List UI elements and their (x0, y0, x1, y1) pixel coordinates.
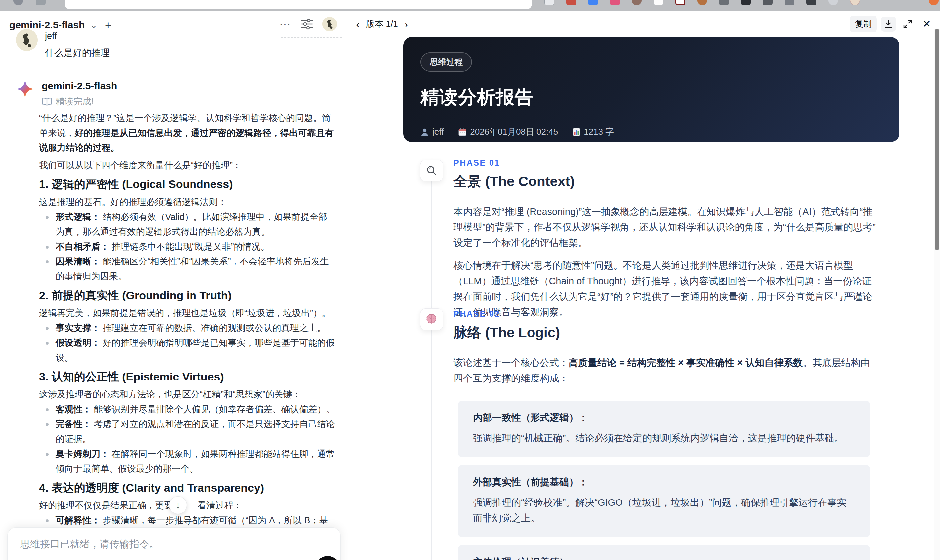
section-2-paragraph: 逻辑再完美，如果前提是错误的，推理也是垃圾（即“垃圾进，垃圾出”）。 (39, 306, 335, 321)
list-item: 完备性： 考虑了对立的观点和潜在的反证，而不是只选择支持自己结论的证据。 (55, 417, 335, 447)
list-item: 假设透明： 好的推理会明确指明哪些是已知事实，哪些是基于可能的假设。 (55, 335, 335, 365)
browser-apps-icon[interactable] (36, 0, 46, 5)
extension-icon[interactable] (806, 0, 816, 5)
phase-1-label: PHASE 01 (453, 158, 877, 168)
arrow-down-icon: ↓ (176, 500, 180, 511)
version-next-button[interactable]: › (405, 20, 408, 28)
magnifier-icon (426, 165, 438, 177)
report-author: jeff (421, 127, 444, 137)
calendar-icon (458, 128, 467, 136)
chat-scroll-area[interactable]: jeff 什么是好的推理 gemini-2.5-flash (0, 11, 342, 560)
report-badge: 思维过程 (421, 52, 472, 72)
section-1-heading: 1. 逻辑的严密性 (Logical Soundness) (39, 176, 335, 192)
extension-icon[interactable] (741, 0, 751, 5)
card-title: 内部一致性（形式逻辑）： (473, 411, 855, 425)
extension-icon[interactable] (784, 0, 794, 5)
section-4-paragraph: 好的推理不仅仅是结果正确，更要看清过程： (39, 498, 335, 513)
address-bar[interactable] (65, 0, 532, 9)
phase-2-icon-box (420, 308, 443, 330)
expand-icon (903, 19, 912, 29)
section-2-list: 事实支撑： 推理建立在可靠的数据、准确的观测或公认的真理之上。 假设透明： 好的… (39, 321, 335, 365)
scrollbar-thumb[interactable] (935, 29, 939, 250)
user-message-text: 什么是好的推理 (45, 47, 110, 59)
dimension-card-1: 内部一致性（形式逻辑）： 强调推理的“机械正确”。结论必须在给定的规则系统内逻辑… (458, 401, 870, 457)
list-item: 事实支撑： 推理建立在可靠的数据、准确的观测或公认的真理之上。 (55, 321, 335, 335)
extension-icon[interactable] (566, 0, 576, 5)
model-selector[interactable]: gemini-2.5-flash (9, 20, 85, 31)
extension-icon[interactable] (675, 0, 685, 5)
list-item: 客观性： 能够识别并尽量排除个人偏见（如幸存者偏差、确认偏差）。 (55, 402, 335, 417)
lead-paragraph: 我们可以从以下四个维度来衡量什么是“好的推理”： (39, 158, 335, 173)
report-panel: ‹ 版本 1/1 › 复制 ✕ 思维过程 精读分析报告 (342, 11, 940, 560)
section-3-list: 客观性： 能够识别并尽量排除个人偏见（如幸存者偏差、确认偏差）。 完备性： 考虑… (39, 402, 335, 476)
chevron-down-icon[interactable]: ⌄ (90, 20, 97, 31)
phase-2-section: PHASE 02 脉络 (The Logic) 该论述基于一个核心公式：高质量结… (453, 309, 877, 560)
list-item: 奥卡姆剃刀： 在解释同一个现象时，如果两种推理都能站得住脚，通常倾向于最简单、假… (55, 447, 335, 476)
report-title: 精读分析报告 (421, 85, 882, 110)
assistant-message-body: “什么是好的推理？”这是一个涉及逻辑学、认知科学和哲学核心的问题。简单来说，好的… (39, 111, 335, 543)
composer-placeholder[interactable]: 思维接口已就绪，请传输指令。 (20, 537, 328, 551)
section-4-heading: 4. 表达的透明度 (Clarity and Transparency) (39, 480, 335, 495)
extension-icon[interactable] (697, 0, 707, 5)
voice-input-button[interactable] (315, 556, 341, 560)
extension-icon[interactable] (653, 0, 664, 5)
list-item: 形式逻辑： 结构必须有效（Valid）。比如演绎推理中，如果前提全部为真，那么通… (55, 209, 335, 239)
version-label: 版本 1/1 (366, 18, 398, 30)
more-options-icon[interactable]: ⋯ (279, 17, 291, 31)
phase-2-label: PHASE 02 (453, 309, 877, 318)
user-message: jeff 什么是好的推理 (16, 29, 334, 59)
scrollbar-track[interactable] (934, 29, 940, 560)
assistant-status-text: 精读完成! (55, 95, 94, 108)
report-word-count: 1213 字 (573, 126, 614, 137)
gemini-star-icon (16, 80, 34, 98)
extension-icon[interactable] (610, 0, 620, 5)
assistant-name: gemini-2.5-flash (42, 80, 117, 92)
close-icon: ✕ (923, 18, 931, 30)
phase-1-paragraph-1: 本内容是对“推理 (Reasoning)”这一抽象概念的高层建模。在知识爆炸与人… (453, 204, 877, 251)
extension-icon[interactable] (929, 0, 938, 5)
new-chat-button[interactable]: ＋ (103, 17, 114, 33)
list-item: 因果清晰： 能准确区分“相关性”和“因果关系”，不会轻率地将先后发生的事情归为因… (55, 254, 335, 284)
extension-icon[interactable] (632, 0, 642, 5)
extension-icon[interactable] (763, 0, 773, 5)
download-icon (884, 20, 893, 29)
card-title: 外部真实性（前提基础）： (473, 476, 855, 489)
download-button[interactable] (881, 17, 896, 32)
report-date: 2026年01月08日 02:45 (458, 126, 558, 137)
user-avatar[interactable] (322, 17, 337, 31)
dimension-cards: 内部一致性（形式逻辑）： 强调推理的“机械正确”。结论必须在给定的规则系统内逻辑… (453, 401, 877, 560)
copy-button[interactable]: 复制 (850, 15, 877, 32)
book-icon (42, 97, 52, 106)
brain-icon (426, 314, 438, 325)
extension-icon[interactable] (719, 0, 729, 5)
profile-avatar-icon[interactable] (850, 0, 860, 5)
assistant-message-header: gemini-2.5-flash 精读完成! (16, 80, 334, 108)
settings-sliders-icon[interactable] (300, 17, 314, 31)
section-3-paragraph: 这涉及推理者的心态和方法论，也是区分“杠精”和“思想家”的关键： (39, 387, 335, 402)
extension-icon[interactable] (588, 0, 598, 5)
report-header-card: 思维过程 精读分析报告 jeff 2026年01月08日 02:45 (403, 37, 899, 142)
extension-icon[interactable] (544, 0, 554, 5)
message-composer[interactable]: 思维接口已就绪，请传输指令。 ＋ (7, 527, 341, 560)
chat-panel: gemini-2.5-flash ⌄ ＋ ⋯ (0, 11, 342, 560)
phase-1-heading: 全景 (The Context) (453, 172, 877, 191)
expand-button[interactable] (900, 17, 915, 32)
browser-reload-icon[interactable] (13, 0, 23, 5)
card-title: 主体伦理（认识美德）： (473, 556, 855, 560)
scroll-to-bottom-button[interactable]: ↓ (169, 496, 187, 514)
version-prev-button[interactable]: ‹ (356, 20, 359, 28)
phase-2-heading: 脉络 (The Logic) (453, 323, 877, 342)
phase-1-icon-box (420, 160, 443, 182)
phase-2-paragraph: 该论述基于一个核心公式：高质量结论 = 结构完整性 × 事实准确性 × 认知自律… (453, 355, 877, 386)
card-body: 强调推理的“机械正确”。结论必须在给定的规则系统内逻辑自洽，这是推理的硬件基础。 (473, 431, 855, 446)
card-body: 强调推理的“经验校准”。解决“GIGO（垃圾进，垃圾出）”问题，确保推理引擎运行… (473, 495, 855, 526)
dimension-card-2: 外部真实性（前提基础）： 强调推理的“经验校准”。解决“GIGO（垃圾进，垃圾出… (458, 465, 870, 537)
section-2-heading: 2. 前提的真实性 (Grounding in Truth) (39, 287, 335, 303)
close-button[interactable]: ✕ (919, 17, 934, 32)
extension-icon[interactable] (828, 0, 838, 5)
section-1-paragraph: 这是推理的基石。好的推理必须遵循逻辑法则： (39, 195, 335, 209)
browser-toolbar (0, 0, 940, 11)
section-3-heading: 3. 认知的公正性 (Epistemic Virtues) (39, 369, 335, 385)
section-1-list: 形式逻辑： 结构必须有效（Valid）。比如演绎推理中，如果前提全部为真，那么通… (39, 209, 335, 284)
bar-chart-icon (573, 128, 581, 136)
